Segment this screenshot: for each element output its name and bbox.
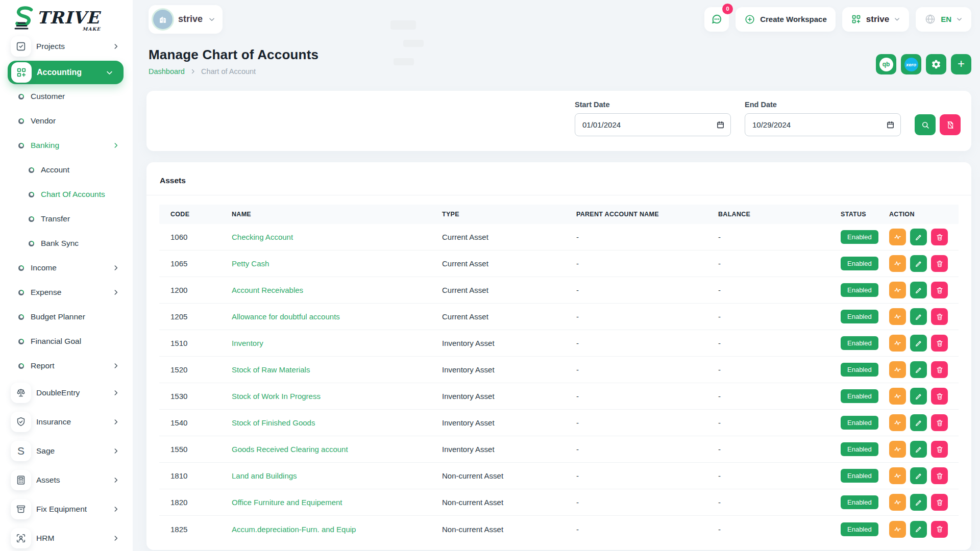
activity-icon [893, 365, 902, 374]
account-name-link[interactable]: Stock of Raw Materials [232, 365, 310, 374]
delete-button[interactable] [931, 229, 948, 245]
delete-button[interactable] [931, 255, 948, 272]
breadcrumb-dashboard-link[interactable]: Dashboard [149, 67, 185, 76]
trash-icon [936, 392, 944, 400]
transactions-button[interactable] [889, 361, 906, 378]
delete-button[interactable] [931, 388, 948, 405]
xero-button[interactable]: xero [901, 54, 921, 74]
status-badge: Enabled [841, 283, 878, 297]
edit-button[interactable] [910, 467, 927, 484]
sidebar-item-accounting[interactable]: Accounting [8, 61, 124, 84]
sidebar-item-financial-goal[interactable]: Financial Goal [0, 329, 133, 354]
trash-icon [936, 419, 944, 427]
sidebar-item-chart-of-accounts[interactable]: Chart Of Accounts [0, 182, 133, 207]
language-selector[interactable]: EN [916, 7, 971, 32]
sidebar-item-assets[interactable]: Assets [0, 465, 133, 494]
sidebar-item-sage[interactable]: S Sage [0, 436, 133, 465]
workspace-switcher[interactable]: strive [842, 7, 909, 32]
edit-button[interactable] [910, 308, 927, 325]
activity-icon [893, 312, 902, 321]
chevron-right-icon [112, 418, 119, 425]
edit-button[interactable] [910, 255, 927, 272]
account-name-link[interactable]: Petty Cash [232, 259, 269, 268]
delete-button[interactable] [931, 414, 948, 431]
edit-button[interactable] [910, 229, 927, 245]
transactions-button[interactable] [889, 388, 906, 405]
delete-button[interactable] [931, 282, 948, 298]
create-workspace-button[interactable]: Create Workspace [736, 7, 836, 32]
transactions-button[interactable] [889, 255, 906, 272]
account-name-link[interactable]: Goods Received Clearing account [232, 445, 348, 454]
transactions-button[interactable] [889, 308, 906, 325]
edit-button[interactable] [910, 521, 927, 538]
delete-button[interactable] [931, 308, 948, 325]
edit-button[interactable] [910, 388, 927, 405]
sidebar-item-income[interactable]: Income [0, 256, 133, 280]
sidebar-nav: Projects Accounting Customer Vendor Bank… [0, 32, 133, 551]
calendar-icon[interactable] [716, 120, 725, 131]
sidebar-item-projects[interactable]: Projects [0, 32, 133, 61]
sidebar-item-fix-equipment[interactable]: Fix Equipment [0, 494, 133, 523]
account-name-link[interactable]: Checking Account [232, 233, 293, 241]
transactions-button[interactable] [889, 467, 906, 484]
parent-account-name: - [576, 498, 718, 507]
calendar-icon[interactable] [886, 120, 895, 131]
transactions-button[interactable] [889, 282, 906, 298]
sidebar-item-expense[interactable]: Expense [0, 280, 133, 305]
account-name-link[interactable]: Accum.depreciation-Furn. and Equip [232, 525, 356, 534]
edit-button[interactable] [910, 414, 927, 431]
transactions-button[interactable] [889, 414, 906, 431]
delete-button[interactable] [931, 335, 948, 352]
quickbooks-button[interactable]: qb [876, 54, 896, 74]
sidebar-item-report[interactable]: Report [0, 354, 133, 378]
sidebar-item-vendor[interactable]: Vendor [0, 109, 133, 133]
transactions-button[interactable] [889, 494, 906, 511]
sidebar-item-customer[interactable]: Customer [0, 84, 133, 109]
account-type: Current Asset [442, 312, 576, 321]
account-balance: - [718, 312, 841, 321]
account-name-link[interactable]: Stock of Finished Goods [232, 418, 315, 427]
search-button[interactable] [915, 114, 936, 135]
activity-icon [893, 471, 902, 480]
sidebar-item-account[interactable]: Account [0, 158, 133, 182]
end-date-input[interactable] [745, 113, 901, 136]
sidebar-item-budget-planner[interactable]: Budget Planner [0, 305, 133, 329]
account-name-link[interactable]: Inventory [232, 339, 263, 347]
sidebar-item-insurance[interactable]: Insurance [0, 407, 133, 436]
account-name-link[interactable]: Office Furniture and Equipement [232, 498, 342, 507]
start-date-input[interactable] [575, 113, 731, 136]
sidebar-item-banking[interactable]: Banking [0, 133, 133, 158]
delete-button[interactable] [931, 467, 948, 484]
account-code: 1820 [159, 498, 232, 507]
edit-button[interactable] [910, 361, 927, 378]
settings-button[interactable] [926, 54, 946, 74]
account-name-link[interactable]: Allowance for doubtful accounts [232, 312, 340, 321]
add-account-button[interactable]: + [951, 54, 971, 74]
reset-filter-button[interactable] [940, 114, 961, 135]
trash-icon [936, 498, 944, 507]
delete-button[interactable] [931, 494, 948, 511]
transactions-button[interactable] [889, 441, 906, 458]
delete-button[interactable] [931, 521, 948, 538]
workspace-selector[interactable]: strive [149, 5, 223, 34]
edit-button[interactable] [910, 282, 927, 298]
table-row: 1550 Goods Received Clearing account Inv… [159, 436, 959, 463]
delete-button[interactable] [931, 441, 948, 458]
account-name-link[interactable]: Account Receivables [232, 286, 303, 294]
transactions-button[interactable] [889, 229, 906, 245]
transactions-button[interactable] [889, 335, 906, 352]
sidebar-item-doubleentry[interactable]: DoubleEntry [0, 378, 133, 407]
account-name-link[interactable]: Land and Buildings [232, 471, 297, 480]
transactions-button[interactable] [889, 521, 906, 538]
edit-button[interactable] [910, 494, 927, 511]
edit-button[interactable] [910, 441, 927, 458]
sidebar-item-hrm[interactable]: HRM [0, 523, 133, 551]
messages-button[interactable]: 0 [704, 7, 729, 32]
account-name-link[interactable]: Stock of Work In Progress [232, 392, 321, 400]
sidebar-item-bank-sync[interactable]: Bank Sync [0, 231, 133, 256]
sidebar-item-transfer[interactable]: Transfer [0, 207, 133, 231]
delete-button[interactable] [931, 361, 948, 378]
bullet-dot-icon [29, 241, 34, 246]
account-type: Inventory Asset [442, 365, 576, 374]
edit-button[interactable] [910, 335, 927, 352]
